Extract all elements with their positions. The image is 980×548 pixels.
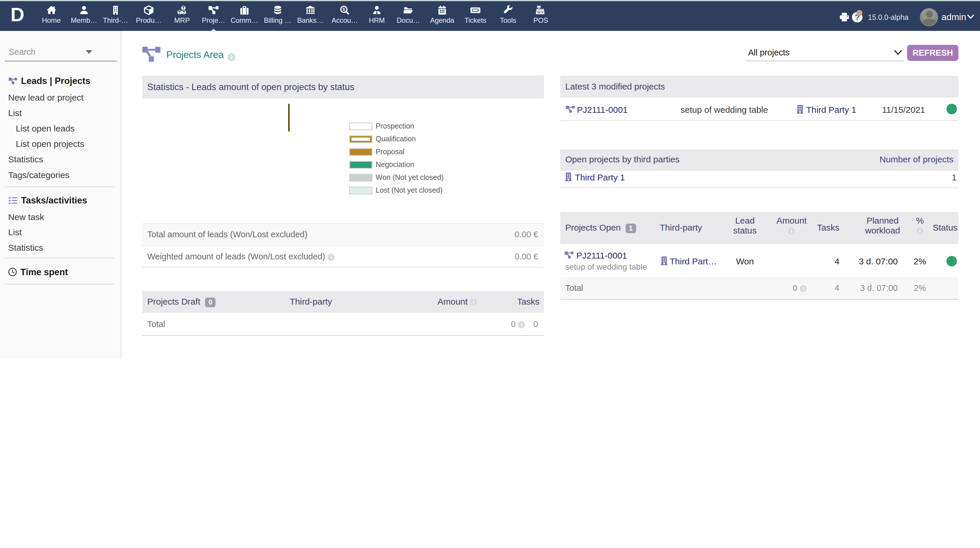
svg-text:$: $	[343, 7, 345, 12]
